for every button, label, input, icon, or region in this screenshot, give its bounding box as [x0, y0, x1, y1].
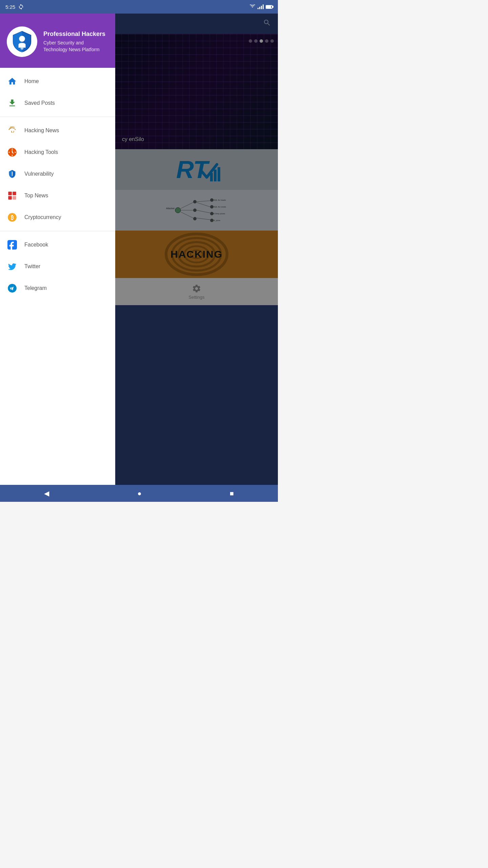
telegram-label: Telegram — [24, 285, 47, 291]
sidebar: PROFESSIONAL HACKERS ON SECURITY Profess… — [0, 14, 115, 485]
svg-text:₿: ₿ — [11, 215, 14, 220]
cryptocurrency-icon: ₿ — [7, 212, 18, 223]
sidebar-header: PROFESSIONAL HACKERS ON SECURITY Profess… — [0, 14, 115, 68]
sidebar-item-facebook[interactable]: Facebook — [0, 234, 115, 256]
hacking-news-label: Hacking News — [24, 127, 59, 134]
bottom-nav: ◀ ● ■ — [0, 485, 278, 502]
app-desc: Cyber Security and Technology News Platf… — [43, 40, 108, 53]
app-logo: PROFESSIONAL HACKERS ON SECURITY — [7, 26, 37, 57]
back-button[interactable]: ◀ — [37, 487, 56, 500]
sidebar-item-top-news[interactable]: Top News — [0, 185, 115, 206]
svg-text:PROFESSIONAL HACKERS: PROFESSIONAL HACKERS — [13, 51, 32, 53]
app-name: Professional Hackers — [43, 31, 108, 38]
svg-rect-5 — [8, 192, 12, 195]
home-icon — [7, 76, 18, 87]
svg-rect-8 — [13, 196, 16, 200]
telegram-icon — [7, 283, 18, 294]
vulnerability-label: Vulnerability — [24, 171, 54, 177]
logo-svg: PROFESSIONAL HACKERS ON SECURITY — [10, 30, 34, 54]
svg-point-1 — [21, 47, 24, 50]
sidebar-item-vulnerability[interactable]: Vulnerability — [0, 163, 115, 185]
sidebar-title: Professional Hackers Cyber Security and … — [43, 31, 108, 53]
twitter-icon — [7, 261, 18, 272]
sidebar-item-telegram[interactable]: Telegram — [0, 277, 115, 299]
menu-group-categories: Hacking News Hacking Tools — [0, 117, 115, 231]
sidebar-menu: Home Saved Posts — [0, 68, 115, 485]
battery-icon — [266, 5, 272, 9]
svg-rect-6 — [13, 192, 16, 195]
status-right — [249, 4, 272, 9]
sidebar-item-cryptocurrency[interactable]: ₿ Cryptocurrency — [0, 206, 115, 228]
facebook-icon — [7, 239, 18, 250]
top-news-icon — [7, 190, 18, 201]
sidebar-item-home[interactable]: Home — [0, 71, 115, 92]
sidebar-item-hacking-tools[interactable]: Hacking Tools — [0, 141, 115, 163]
signal-bars — [258, 4, 264, 9]
status-bar: 5:25 — [0, 0, 278, 14]
sidebar-item-saved-posts[interactable]: Saved Posts — [0, 92, 115, 114]
app-container: PROFESSIONAL HACKERS ON SECURITY Profess… — [0, 14, 278, 485]
vulnerability-icon — [7, 169, 18, 179]
home-button[interactable]: ● — [130, 487, 148, 500]
menu-group-social: Facebook Twitter — [0, 231, 115, 302]
saved-posts-icon — [7, 98, 18, 108]
hacking-news-icon — [7, 125, 18, 136]
wifi-icon — [249, 4, 256, 9]
hacking-tools-label: Hacking Tools — [24, 149, 58, 155]
sync-icon — [18, 4, 24, 10]
svg-rect-7 — [8, 196, 12, 200]
twitter-label: Twitter — [24, 263, 40, 270]
home-label: Home — [24, 78, 39, 84]
top-news-label: Top News — [24, 193, 48, 199]
facebook-label: Facebook — [24, 242, 48, 248]
svg-text:ON SECURITY: ON SECURITY — [18, 53, 26, 54]
time-display: 5:25 — [5, 4, 15, 10]
sidebar-item-twitter[interactable]: Twitter — [0, 256, 115, 277]
svg-point-0 — [19, 36, 25, 42]
status-left: 5:25 — [5, 4, 24, 10]
sidebar-item-hacking-news[interactable]: Hacking News — [0, 120, 115, 141]
drawer-overlay[interactable] — [115, 14, 278, 485]
cryptocurrency-label: Cryptocurrency — [24, 214, 61, 220]
recent-button[interactable]: ■ — [223, 487, 241, 500]
menu-group-main: Home Saved Posts — [0, 68, 115, 117]
hacking-tools-icon — [7, 147, 18, 158]
saved-posts-label: Saved Posts — [24, 100, 55, 106]
